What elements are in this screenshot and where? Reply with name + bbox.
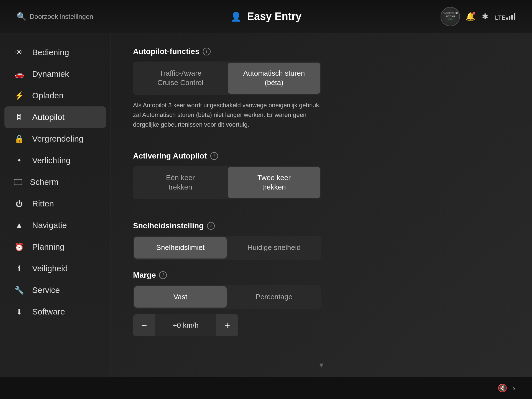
stepper-minus-button[interactable]: − <box>133 314 155 336</box>
sidebar-label-veiligheid: Veiligheid <box>32 264 68 273</box>
traffic-aware-button[interactable]: Traffic-AwareCruise Control <box>134 63 227 94</box>
sidebar-label-vergrendeling: Vergrendeling <box>32 134 83 144</box>
bediening-icon: 👁 <box>14 48 24 57</box>
sidebar-label-navigatie: Navigatie <box>32 221 67 230</box>
dynamiek-icon: 🚗 <box>14 70 24 79</box>
sidebar-label-opladen: Opladen <box>32 91 63 100</box>
autopilot-description: Als Autopilot 3 keer wordt uitgeschakeld… <box>133 100 327 130</box>
autopilot-functions-title: Autopilot-functies i <box>133 47 510 56</box>
top-center: 👤 Easy Entry <box>231 11 301 22</box>
bottom-bar: 🔇 › <box>0 377 532 399</box>
search-text: Doorzoek instellingen <box>30 13 93 21</box>
marge-button-group: Vast Percentage <box>133 285 321 309</box>
speed-offset-stepper: − +0 km/h + <box>133 314 238 336</box>
sidebar-item-verlichting[interactable]: ✦ Verlichting <box>0 150 111 171</box>
search-area[interactable]: 🔍 Doorzoek instellingen <box>17 12 93 21</box>
percentage-button[interactable]: Percentage <box>228 286 320 308</box>
speed-setting-info-icon[interactable]: i <box>207 222 215 230</box>
autopilot-functions-info-icon[interactable]: i <box>203 48 211 55</box>
service-icon: 🔧 <box>14 286 24 295</box>
airbag-text: PASSENGERAIRBAGON <box>443 12 458 21</box>
marge-section: Marge i Vast Percentage − +0 km/h + <box>133 271 510 337</box>
volume-mute-icon[interactable]: 🔇 <box>498 383 507 393</box>
sidebar-label-verlichting: Verlichting <box>32 156 70 165</box>
bar-1 <box>506 17 508 20</box>
person-icon: 👤 <box>231 11 242 22</box>
top-bar: 🔍 Doorzoek instellingen 👤 Easy Entry ⬇ 🔔… <box>0 0 532 33</box>
autopilot-activation-section: Activering Autopilot i Eén keertrekken T… <box>133 152 510 199</box>
stepper-plus-button[interactable]: + <box>216 314 238 336</box>
sidebar-label-dynamiek: Dynamiek <box>32 69 69 79</box>
ritten-icon: ⏻ <box>14 200 24 208</box>
planning-icon: ⏰ <box>14 242 24 252</box>
lte-signal: LTE <box>495 12 515 21</box>
sidebar-label-autopilot: Autopilot <box>32 112 65 122</box>
main-content: 👁 Bediening 🚗 Dynamiek ⚡ Opladen 🎛 Autop… <box>0 33 532 377</box>
huidige-snelheid-button[interactable]: Huidige snelheid <box>228 237 320 259</box>
sidebar-label-planning: Planning <box>32 242 65 252</box>
sidebar-item-bediening[interactable]: 👁 Bediening <box>0 42 111 63</box>
sidebar-label-software: Software <box>32 307 65 316</box>
sidebar-item-service[interactable]: 🔧 Service <box>0 279 111 301</box>
stepper-value: +0 km/h <box>155 321 216 330</box>
search-icon: 🔍 <box>17 12 26 21</box>
scroll-down-icon: ▼ <box>318 361 325 369</box>
sidebar-label-scherm: Scherm <box>30 177 58 187</box>
autopilot-activation-title: Activering Autopilot i <box>133 152 510 160</box>
screen-container: 🔍 Doorzoek instellingen 👤 Easy Entry ⬇ 🔔… <box>0 0 532 399</box>
navigatie-icon: ▲ <box>14 221 24 230</box>
autopilot-icon: 🎛 <box>14 113 24 122</box>
notification-icon: 🔔 <box>466 12 475 21</box>
scroll-indicator: ▼ <box>133 359 510 372</box>
sidebar-item-veiligheid[interactable]: ℹ Veiligheid <box>0 258 111 279</box>
veiligheid-icon: ℹ <box>14 264 24 273</box>
nav-arrow-icon[interactable]: › <box>513 384 515 393</box>
sidebar-item-opladen[interactable]: ⚡ Opladen <box>0 85 111 106</box>
sidebar-item-navigatie[interactable]: ▲ Navigatie <box>0 214 111 236</box>
bar-2 <box>509 16 510 20</box>
sidebar-item-dynamiek[interactable]: 🚗 Dynamiek <box>0 63 111 85</box>
sidebar-label-bediening: Bediening <box>32 48 69 57</box>
speed-setting-title: Snelheidsinstelling i <box>133 221 510 230</box>
notification-badge <box>472 12 475 15</box>
twee-keer-button[interactable]: Twee keertrekken <box>228 167 320 198</box>
marge-title: Marge i <box>133 271 510 280</box>
software-icon: ⬇ <box>14 307 24 316</box>
snelheidslimiet-button[interactable]: Snelheidslimiet <box>134 237 227 259</box>
auto-steer-button[interactable]: Automatisch sturen (bèta) <box>228 63 320 94</box>
bluetooth-icon: ✱ <box>482 12 488 21</box>
verlichting-icon: ✦ <box>14 157 24 164</box>
een-keer-button[interactable]: Eén keertrekken <box>134 167 227 198</box>
content-area: Autopilot-functies i Traffic-AwareCruise… <box>111 33 532 377</box>
profile-label: Easy Entry <box>247 11 301 22</box>
sidebar-item-software[interactable]: ⬇ Software <box>0 301 111 323</box>
vergrendeling-icon: 🔒 <box>14 134 24 144</box>
opladen-icon: ⚡ <box>14 91 24 100</box>
sidebar-item-vergrendeling[interactable]: 🔒 Vergrendeling <box>0 128 111 150</box>
sidebar-item-scherm[interactable]: Scherm <box>0 171 111 193</box>
sidebar-item-planning[interactable]: ⏰ Planning <box>0 236 111 258</box>
autopilot-activation-label: Activering Autopilot <box>133 152 207 160</box>
sidebar: 👁 Bediening 🚗 Dynamiek ⚡ Opladen 🎛 Autop… <box>0 33 111 377</box>
speed-setting-section: Snelheidsinstelling i Snelheidslimiet Hu… <box>133 221 510 260</box>
sidebar-item-autopilot[interactable]: 🎛 Autopilot <box>4 106 106 128</box>
speed-setting-label: Snelheidsinstelling <box>133 221 204 230</box>
scherm-icon <box>14 179 22 185</box>
autopilot-functions-section: Autopilot-functies i Traffic-AwareCruise… <box>133 47 510 129</box>
airbag-badge: PASSENGERAIRBAGON <box>441 7 460 26</box>
speed-setting-button-group: Snelheidslimiet Huidige snelheid <box>133 236 321 260</box>
autopilot-functions-button-group: Traffic-AwareCruise Control Automatisch … <box>133 62 321 95</box>
marge-label: Marge <box>133 271 156 280</box>
sidebar-label-ritten: Ritten <box>32 199 54 208</box>
signal-bars <box>506 12 515 20</box>
sidebar-label-service: Service <box>32 285 60 295</box>
marge-info-icon[interactable]: i <box>159 271 167 279</box>
sidebar-item-ritten[interactable]: ⏻ Ritten <box>0 193 111 214</box>
autopilot-functions-label: Autopilot-functies <box>133 47 200 56</box>
bar-3 <box>511 15 513 20</box>
autopilot-activation-info-icon[interactable]: i <box>210 152 218 160</box>
lte-text: LTE <box>495 14 506 21</box>
vast-button[interactable]: Vast <box>134 286 227 308</box>
top-icons: ⬇ 🔔 ✱ LTE PASSENGERAIRBAGON <box>452 12 515 21</box>
bar-4 <box>514 13 515 20</box>
